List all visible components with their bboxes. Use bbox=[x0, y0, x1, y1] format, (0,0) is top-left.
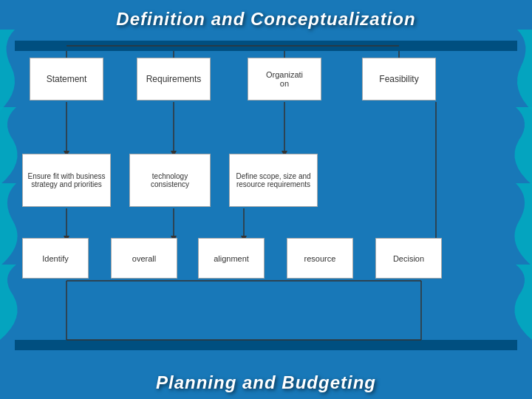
statement-box: Statement bbox=[30, 58, 103, 100]
alignment-box: alignment bbox=[198, 238, 265, 279]
overall-box: overall bbox=[111, 238, 177, 279]
title-top: Definition and Conceptualization bbox=[37, 9, 495, 30]
main-container: Definition and Conceptualization Plannin… bbox=[0, 0, 532, 399]
svg-rect-1 bbox=[15, 41, 517, 51]
organization-label: Organization bbox=[266, 70, 303, 88]
requirements-box: Requirements bbox=[137, 58, 211, 100]
organization-box: Organization bbox=[248, 58, 321, 100]
svg-rect-2 bbox=[15, 340, 517, 350]
decision-box: Decision bbox=[375, 238, 442, 279]
ensure-fit-box: Ensure fit with business strategy and pr… bbox=[22, 154, 111, 207]
identify-box: Identify bbox=[22, 238, 89, 279]
tech-consistency-box: technology consistency bbox=[129, 154, 211, 207]
title-bottom: Planning and Budgeting bbox=[37, 372, 495, 393]
resource-box: resource bbox=[287, 238, 353, 279]
feasibility-box: Feasibility bbox=[362, 58, 436, 100]
define-scope-box: Define scope, size and resource requirem… bbox=[229, 154, 318, 207]
